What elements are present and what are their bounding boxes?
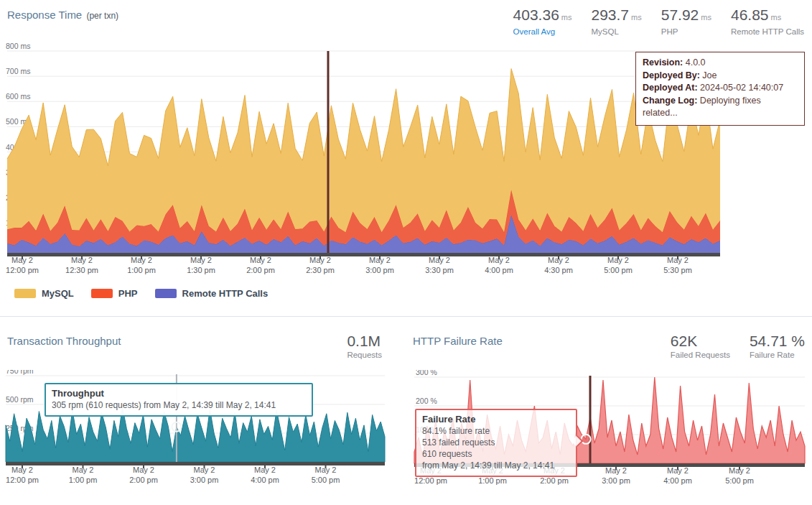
x-axis-label: May 2 xyxy=(548,256,569,264)
y-axis-label: 300 % xyxy=(416,370,437,376)
x-axis-label: May 2 xyxy=(131,256,152,264)
stat-failure-rate: 54.71 %Failure Rate xyxy=(750,333,805,359)
y-axis-label: 750 rpm xyxy=(6,370,34,375)
x-axis-label: May 2 xyxy=(309,256,331,264)
legend-item-remote-http-calls[interactable]: Remote HTTP Calls xyxy=(155,288,269,299)
y-axis-label: 500 rpm xyxy=(6,395,34,404)
x-axis-label: 12:00 pm xyxy=(6,476,39,484)
legend-item-php[interactable]: PHP xyxy=(91,288,138,299)
x-axis-label: 5:30 pm xyxy=(663,266,692,274)
x-axis-label: 3:00 pm xyxy=(190,476,219,484)
selected-point-marker[interactable] xyxy=(582,435,591,444)
stat-unit: ms xyxy=(701,13,711,22)
failure-rate-tooltip: Failure Rate84.1% failure rate513 failed… xyxy=(415,409,577,477)
stat-requests: 0.1MRequests xyxy=(347,333,382,359)
x-axis-label: 1:00 pm xyxy=(69,476,98,484)
x-axis-label: May 2 xyxy=(190,256,212,264)
failure-rate-stats: 62KFailed Requests54.71 %Failure Rate xyxy=(671,333,805,359)
response-time-legend: MySQLPHPRemote HTTP Calls xyxy=(14,288,268,299)
x-axis-label: 2:00 pm xyxy=(540,476,569,485)
y-axis-label: 200 % xyxy=(416,397,437,405)
x-axis-label: May 2 xyxy=(11,256,33,264)
x-axis-label: 2:00 pm xyxy=(129,476,158,484)
area-series-mysql[interactable] xyxy=(7,69,720,233)
stat-overall-avg: 403.36msOverall Avg xyxy=(513,6,572,36)
x-axis-label: 4:00 pm xyxy=(663,476,692,485)
response-time-title-suffix: (per txn) xyxy=(86,11,118,21)
deploy-tooltip-line: Deployed By: Joe xyxy=(643,70,798,83)
deploy-tooltip-line: Deployed At: 2024-05-02 14:40:07 xyxy=(643,82,798,95)
stat-label: Remote HTTP Calls xyxy=(731,27,804,36)
x-axis-label: 12:00 pm xyxy=(414,476,447,485)
y-axis-label: 600 ms xyxy=(6,92,30,101)
stat-value: 62K xyxy=(671,333,730,349)
stat-value: 54.71 % xyxy=(750,333,805,349)
stat-value: 0.1M xyxy=(347,333,382,349)
x-axis-label: May 2 xyxy=(729,466,750,475)
throughput-title-text: Transaction Throughput xyxy=(7,335,121,347)
stat-unit: ms xyxy=(561,13,572,22)
legend-swatch-icon xyxy=(155,289,177,298)
tooltip-line: 305 rpm (610 requests) from May 2, 14:39… xyxy=(52,399,306,411)
x-axis-label: May 2 xyxy=(605,466,627,475)
x-axis-label: May 2 xyxy=(250,256,271,264)
stat-unit: ms xyxy=(771,13,782,22)
stat-remote-http-calls: 46.85msRemote HTTP Calls xyxy=(731,6,804,36)
failure-rate-title: HTTP Failure Rate xyxy=(413,335,503,347)
response-time-title-text: Response Time xyxy=(7,9,82,21)
stat-label[interactable]: Overall Avg xyxy=(513,27,572,36)
x-axis-label: 1:00 pm xyxy=(478,476,507,485)
tooltip-line: 513 failed requests xyxy=(422,437,570,448)
stat-label: Failed Requests xyxy=(671,351,730,359)
stat-value: 293.7ms xyxy=(591,6,641,26)
x-axis-label: May 2 xyxy=(667,466,689,475)
x-axis-label: 3:00 pm xyxy=(365,266,394,274)
deploy-tooltip-line: Change Log: Deploying fixes related... xyxy=(643,95,798,120)
apm-dashboard: Response Time (per txn) 403.36msOverall … xyxy=(0,0,812,505)
legend-swatch-icon xyxy=(91,289,113,298)
deployment-tooltip: Revision: 4.0.0Deployed By: JoeDeployed … xyxy=(635,52,805,126)
y-axis-label: 700 ms xyxy=(6,67,30,75)
x-axis-label: 4:00 pm xyxy=(251,476,279,484)
throughput-tooltip: Throughput305 rpm (610 requests) from Ma… xyxy=(45,383,313,417)
stat-php: 57.92msPHP xyxy=(661,6,711,36)
x-axis-label: 5:00 pm xyxy=(604,266,633,274)
x-axis-label: 12:30 pm xyxy=(65,266,98,274)
x-axis-label: 3:30 pm xyxy=(425,266,454,274)
throughput-title: Transaction Throughput xyxy=(7,335,121,347)
failure-rate-title-text: HTTP Failure Rate xyxy=(413,335,503,347)
x-axis-label: May 2 xyxy=(254,465,276,474)
stat-mysql: 293.7msMySQL xyxy=(591,6,641,36)
response-time-stats: 403.36msOverall Avg293.7msMySQL57.92msPH… xyxy=(513,6,804,36)
x-axis-label: May 2 xyxy=(667,256,689,264)
legend-swatch-icon xyxy=(14,289,36,298)
x-axis-label: May 2 xyxy=(488,256,510,264)
stat-label: MySQL xyxy=(591,27,641,36)
stat-unit: ms xyxy=(631,13,642,22)
stat-value: 57.92ms xyxy=(661,6,711,26)
response-time-chart[interactable]: 800 ms700 ms600 ms500 ms400 ms300 ms200 … xyxy=(0,43,725,284)
legend-label: MySQL xyxy=(42,288,74,299)
stat-label: Requests xyxy=(347,351,382,359)
stat-value: 46.85ms xyxy=(731,6,804,26)
x-axis-label: 4:00 pm xyxy=(485,266,513,274)
section-divider xyxy=(0,316,812,317)
legend-label: Remote HTTP Calls xyxy=(182,288,269,299)
deploy-tooltip-line: Revision: 4.0.0 xyxy=(643,57,798,70)
tooltip-line: 610 requests xyxy=(422,448,570,460)
x-axis-label: May 2 xyxy=(607,256,629,264)
stat-label: PHP xyxy=(661,27,711,36)
x-axis-label: May 2 xyxy=(194,465,215,474)
tooltip-title: Failure Rate xyxy=(422,413,570,425)
y-axis-label: 800 ms xyxy=(6,43,30,50)
legend-item-mysql[interactable]: MySQL xyxy=(14,288,74,299)
x-axis-label: May 2 xyxy=(429,256,450,264)
tooltip-line: 84.1% failure rate xyxy=(422,425,570,437)
selected-point-marker[interactable] xyxy=(172,422,181,432)
x-axis-label: 1:00 pm xyxy=(127,266,156,274)
x-axis-label: 2:00 pm xyxy=(246,266,275,274)
x-axis-label: 1:30 pm xyxy=(187,266,215,274)
x-axis-label: May 2 xyxy=(369,256,391,264)
x-axis-label: May 2 xyxy=(73,465,94,474)
x-axis-label: May 2 xyxy=(133,465,154,474)
